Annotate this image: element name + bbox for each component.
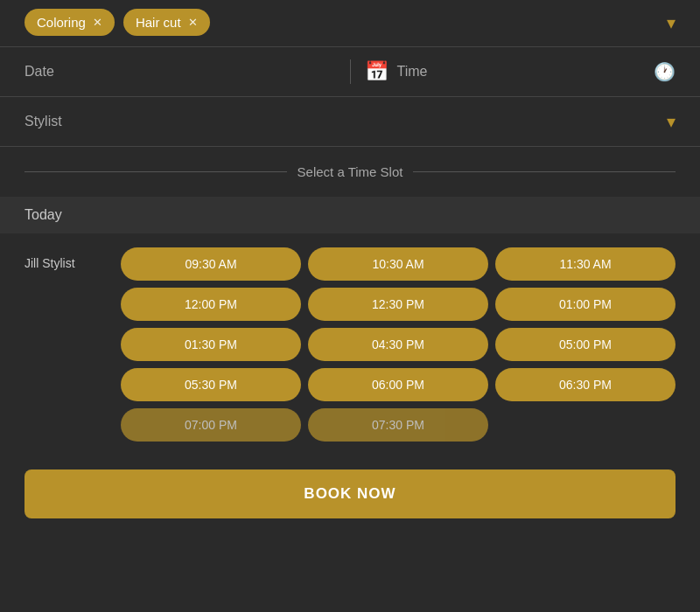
slots-row-1: 09:30 AM 10:30 AM 11:30 AM [121,247,676,281]
time-slot-1230[interactable]: 12:30 PM [308,288,488,321]
slots-row-2: 12:00 PM 12:30 PM 01:00 PM [121,288,676,321]
time-section[interactable]: 📅 Time 🕐 [365,60,676,83]
slots-row-5-partial: 07:00 PM 07:30 PM [121,408,676,442]
divider-right [413,171,676,172]
remove-coloring-icon[interactable]: ✕ [93,16,102,29]
calendar-icon: 📅 [365,60,388,83]
time-slot-0930[interactable]: 09:30 AM [121,247,301,281]
stylist-slots-row: Jill Stylist 09:30 AM 10:30 AM 11:30 AM … [24,247,676,442]
slots-row-3: 01:30 PM 04:30 PM 05:00 PM [121,328,676,361]
today-label: Today [24,207,62,222]
time-slot-0130pm[interactable]: 01:30 PM [121,328,301,361]
today-section: Today [0,197,700,233]
slots-grid: 09:30 AM 10:30 AM 11:30 AM 12:00 PM 12:3… [121,247,676,442]
time-slot-0700pm[interactable]: 07:00 PM [121,408,301,442]
time-slot-1030[interactable]: 10:30 AM [308,247,488,281]
remove-haircut-icon[interactable]: ✕ [188,16,198,29]
slots-section: Jill Stylist 09:30 AM 10:30 AM 11:30 AM … [0,233,700,456]
time-slot-0630pm[interactable]: 06:30 PM [495,368,676,401]
service-tag-haircut-label: Hair cut [136,15,181,30]
datetime-row: Date 📅 Time 🕐 [0,47,700,97]
services-dropdown-arrow[interactable]: ▾ [667,12,676,33]
time-slot-0530pm[interactable]: 05:30 PM [121,368,301,401]
timeslot-divider: Select a Time Slot [0,147,700,197]
stylist-row[interactable]: Stylist ▾ [0,97,700,147]
stylist-name: Jill Stylist [24,247,112,270]
empty-slot-spacer [495,408,676,442]
page-container: Coloring ✕ Hair cut ✕ ▾ Date 📅 Time 🕐 St… [0,0,700,612]
time-slot-0730pm[interactable]: 07:30 PM [308,408,488,442]
service-tag-haircut[interactable]: Hair cut ✕ [123,9,210,36]
time-slot-0430pm[interactable]: 04:30 PM [308,328,488,361]
book-now-button[interactable]: BOOK NOW [24,469,676,518]
divider-left [24,171,287,172]
date-label: Date [24,64,54,80]
date-section[interactable]: Date [24,64,336,80]
date-time-divider [350,59,351,84]
book-now-container: BOOK NOW [0,456,700,518]
clock-icon: 🕐 [654,61,676,82]
time-slot-0500pm[interactable]: 05:00 PM [495,328,676,361]
stylist-dropdown-arrow[interactable]: ▾ [667,111,676,132]
time-slot-1200[interactable]: 12:00 PM [121,288,301,321]
time-slot-0600pm[interactable]: 06:00 PM [308,368,488,401]
slots-row-4: 05:30 PM 06:00 PM 06:30 PM [121,368,676,401]
service-tag-coloring[interactable]: Coloring ✕ [24,9,115,36]
time-slot-1130[interactable]: 11:30 AM [495,247,676,281]
timeslot-section-label: Select a Time Slot [298,164,403,179]
time-label: Time [397,64,654,80]
service-tag-coloring-label: Coloring [37,15,86,30]
stylist-label: Stylist [24,114,62,129]
services-row: Coloring ✕ Hair cut ✕ ▾ [0,0,700,47]
time-slot-0100pm[interactable]: 01:00 PM [495,288,676,321]
